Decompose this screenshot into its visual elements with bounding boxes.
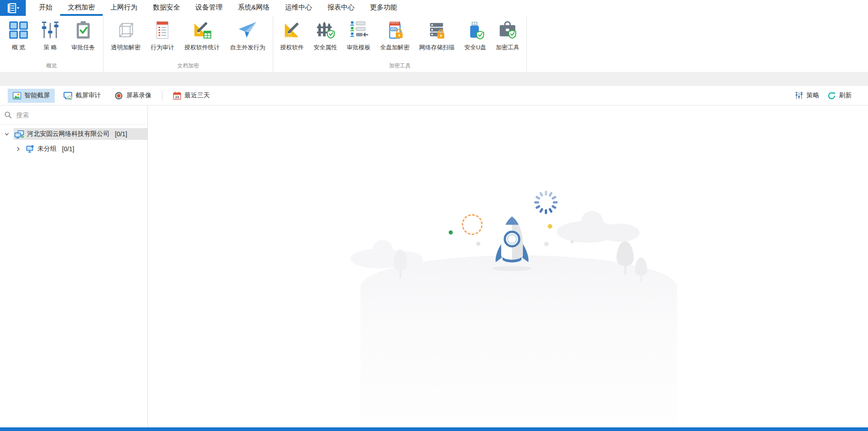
policy-icon <box>40 19 61 40</box>
gray-dot <box>476 242 480 246</box>
ribbon-item-label: 审批任务 <box>71 43 95 52</box>
screen-record-icon <box>114 91 123 100</box>
caret-down-icon <box>17 7 19 9</box>
toolbar-item-label: 最近三天 <box>185 91 210 100</box>
tree-row-ungrouped[interactable]: 未分组 [0/1] <box>11 143 147 155</box>
ribbon-item-label: 全盘加解密 <box>380 43 409 52</box>
ribbon-item-label: 行为审计 <box>151 43 174 52</box>
ribbon-item-overview[interactable]: 概 览 <box>5 18 32 53</box>
toolbar-item-screenshot-audit[interactable]: 截屏审计 <box>58 89 106 103</box>
ribbon-item-security-attributes[interactable]: 安全属性 <box>311 18 340 53</box>
ribbon-item-encryption-tools[interactable]: 加密工具 <box>493 18 522 53</box>
toolbar-right: 策略 刷新 <box>789 89 854 103</box>
ribbon-group-document-encryption: 透明加解密 行为审计 <box>104 16 273 72</box>
tree-large-right <box>617 241 634 275</box>
toolbar-item-label: 刷新 <box>839 91 852 100</box>
search-icon <box>5 111 12 119</box>
toolbar-item-label: 智能截屏 <box>24 91 50 100</box>
encryption-tools-icon <box>497 19 518 40</box>
ribbon-item-transparent-encryption[interactable]: 透明加解密 <box>109 18 143 53</box>
tree-small-right <box>635 258 647 282</box>
tab-start[interactable]: 开始 <box>31 0 60 16</box>
ribbon-item-approval-tasks[interactable]: 审批任务 <box>69 18 98 53</box>
ribbon-group-overview: 概 览 策 略 <box>0 16 104 72</box>
chevron-down-icon[interactable] <box>0 131 14 137</box>
ribbon-item-label: 授权软件 <box>280 43 304 52</box>
tree-node-label: 未分组 <box>38 145 57 153</box>
tab-system-network[interactable]: 系统&网络 <box>230 0 277 16</box>
smart-screenshot-icon <box>13 91 21 100</box>
toolbar-item-label: 屏幕录像 <box>126 91 152 100</box>
tree-node-count: [0/1] <box>62 145 74 153</box>
tab-report-center[interactable]: 报表中心 <box>320 0 362 16</box>
toolbar-item-label: 策略 <box>806 91 819 100</box>
menu-bar: 开始 文档加密 上网行为 数据安全 设备管理 系统&网络 运维中心 报表中心 更… <box>0 0 868 16</box>
view-toolbar: 智能截屏 截屏审计 屏幕录像 <box>0 86 868 105</box>
app-menu-button[interactable] <box>0 0 26 16</box>
dashed-circle-decoration <box>462 214 483 235</box>
ribbon-item-authorized-software[interactable]: 授权软件 <box>278 18 307 53</box>
tree-row-company[interactable]: 河北安固云网络科技有限公司 [0/1] <box>0 128 147 140</box>
ribbon-item-label: 加密工具 <box>496 43 519 52</box>
ribbon-item-behavior-audit[interactable]: 行为审计 <box>148 18 177 53</box>
tab-document-encryption[interactable]: 文档加密 <box>60 0 103 16</box>
ribbon-item-label: 透明加解密 <box>111 43 141 52</box>
cloud-left <box>349 239 424 269</box>
toolbar-divider <box>162 91 162 101</box>
bottom-status-bar <box>0 427 868 431</box>
ribbon-item-authorized-software-stats[interactable]: 授权软件统计 <box>182 18 223 53</box>
ribbon-item-approval-template[interactable]: 审批模板 <box>344 18 373 53</box>
app-window: 开始 文档加密 上网行为 数据安全 设备管理 系统&网络 运维中心 报表中心 更… <box>0 0 868 431</box>
ribbon-item-label: 网络存储扫描 <box>419 43 455 52</box>
toolbar-item-smart-screenshot[interactable]: 智能截屏 <box>8 89 55 103</box>
tree-node-count: [0/1] <box>115 130 127 138</box>
security-attributes-icon <box>315 19 336 40</box>
ribbon-item-network-storage-scan[interactable]: 网络存储扫描 <box>417 18 457 53</box>
gray-dot <box>570 240 574 244</box>
tree-node-label: 河北安固云网络科技有限公司 <box>27 130 109 138</box>
gray-dot <box>544 242 549 246</box>
ribbon-item-label: 授权软件统计 <box>185 43 220 52</box>
tab-device-management[interactable]: 设备管理 <box>188 0 230 16</box>
loading-spinner <box>533 190 559 215</box>
overview-icon <box>8 19 29 40</box>
ribbon-item-label: 安全U盘 <box>464 43 486 52</box>
ribbon-item-policy[interactable]: 策 略 <box>37 18 63 53</box>
network-storage-scan-icon <box>427 19 447 40</box>
tab-ops-center[interactable]: 运维中心 <box>277 0 320 16</box>
refresh-icon <box>827 91 836 100</box>
approval-tasks-icon <box>73 19 94 40</box>
content-area: 河北安固云网络科技有限公司 [0/1] <box>0 105 868 427</box>
approval-template-icon <box>348 19 369 40</box>
monitor-icon <box>26 145 34 153</box>
tab-internet-behavior[interactable]: 上网行为 <box>103 0 145 16</box>
ribbon-item-label: 审批模板 <box>347 43 370 52</box>
ribbon-group-label: 概览 <box>0 62 103 70</box>
policy-sliders-icon <box>795 91 803 100</box>
toolbar-item-screen-record[interactable]: 屏幕录像 <box>109 89 157 103</box>
ribbon-item-secure-usb[interactable]: 安全U盘 <box>461 18 489 53</box>
rocket-illustration <box>492 216 532 272</box>
tree-small-left <box>394 249 407 278</box>
svg-text:23: 23 <box>175 95 179 99</box>
device-tree: 河北安固云网络科技有限公司 [0/1] <box>0 125 147 155</box>
chevron-right-icon[interactable] <box>11 146 25 152</box>
tab-data-security[interactable]: 数据安全 <box>145 0 188 16</box>
ribbon-toolbar-gap <box>0 72 868 86</box>
self-send-icon <box>237 19 258 40</box>
ribbon-item-label: 策 略 <box>43 43 57 52</box>
authorized-software-icon <box>282 19 303 40</box>
ribbon-item-full-disk-encryption[interactable]: SSD 全盘加解密 <box>377 18 412 53</box>
main-panel <box>148 105 868 427</box>
yellow-dot <box>548 224 552 229</box>
search-input[interactable] <box>16 111 143 119</box>
toolbar-item-policy[interactable]: 策略 <box>792 89 822 103</box>
menu-tabs: 开始 文档加密 上网行为 数据安全 设备管理 系统&网络 运维中心 报表中心 更… <box>31 0 405 16</box>
tab-more-functions[interactable]: 更多功能 <box>362 0 405 16</box>
toolbar-item-refresh[interactable]: 刷新 <box>825 89 854 103</box>
transparent-encryption-icon <box>115 19 136 40</box>
full-disk-encryption-icon: SSD <box>384 19 405 40</box>
screenshot-audit-icon <box>63 91 72 100</box>
toolbar-item-date-range[interactable]: 23 最近三天 <box>168 89 215 103</box>
ribbon-item-self-send-behavior[interactable]: 自主外发行为 <box>227 18 268 53</box>
